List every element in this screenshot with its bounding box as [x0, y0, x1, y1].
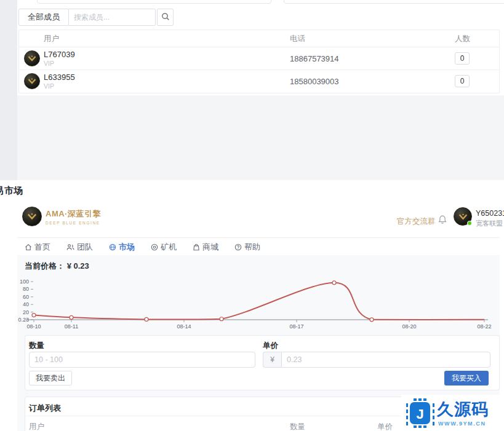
price-chart: 100806040200.2308-1008-1108-1408-1708-20…	[17, 269, 500, 331]
header-divider	[17, 237, 500, 238]
unit-price-input[interactable]	[281, 352, 490, 368]
member-name: L767039	[44, 50, 75, 59]
clipped-char: 易	[0, 185, 4, 197]
member-avatar	[24, 50, 40, 66]
svg-text:08-22: 08-22	[477, 323, 491, 330]
nav-item-miner[interactable]: 矿机	[151, 242, 177, 253]
nav-item-market[interactable]: 市场	[109, 242, 135, 253]
username: Y650231	[476, 209, 504, 218]
page-left-margin	[0, 0, 17, 180]
cutoff-card-left	[37, 0, 271, 4]
header-phone: 电话	[290, 30, 305, 47]
order-list-title: 订单列表	[29, 403, 61, 414]
svg-text:20: 20	[23, 309, 29, 315]
header-user: 用户	[44, 30, 59, 47]
member-phone: 18580039003	[290, 70, 339, 93]
members-table: 用户 电话 人数 L767039 VIP 18867573914 0 L6339…	[18, 30, 500, 93]
buy-button[interactable]: 我要买入	[444, 371, 489, 386]
member-avatar	[24, 73, 40, 89]
chip-logo-icon: J	[406, 398, 434, 428]
user-info: Y650231 宽客联盟	[476, 209, 504, 228]
members-table-header: 用户 电话 人数	[19, 30, 499, 47]
quantity-label: 数量	[29, 341, 44, 351]
quantity-input[interactable]	[29, 352, 255, 368]
bell-icon[interactable]	[438, 215, 447, 227]
user-avatar[interactable]	[454, 207, 472, 226]
member-count-badge: 0	[455, 75, 470, 87]
member-level: VIP	[44, 82, 54, 90]
official-group-link[interactable]: 官方交流群	[397, 216, 436, 227]
nav-item-mall[interactable]: 商城	[193, 242, 218, 253]
svg-text:80: 80	[23, 286, 29, 292]
filter-all-members-button[interactable]: 全部成员	[18, 9, 69, 26]
table-row[interactable]: L767039 VIP 18867573914 0	[19, 47, 499, 70]
member-name: L633955	[44, 73, 75, 82]
member-level: VIP	[44, 60, 54, 67]
trade-form-card: 数量 单价 ¥ 我要卖出 我要买入	[25, 335, 500, 390]
search-button[interactable]	[157, 9, 174, 26]
brand-text: AMA·深蓝引擎 DEEP BLUE ENGINE	[46, 208, 101, 225]
brand-tagline: DEEP BLUE ENGINE	[46, 221, 101, 225]
team-icon	[66, 243, 74, 251]
svg-text:40: 40	[23, 301, 29, 307]
market-icon	[109, 243, 116, 251]
svg-text:08-17: 08-17	[289, 323, 303, 330]
header-count: 人数	[455, 30, 470, 47]
svg-text:08-14: 08-14	[177, 323, 191, 330]
search-icon	[161, 12, 170, 23]
member-search-input[interactable]	[68, 9, 156, 26]
sell-button[interactable]: 我要卖出	[29, 371, 72, 386]
help-icon	[234, 243, 242, 251]
nav-bar: 首页 团队 市场 矿机 商城 帮助	[17, 239, 500, 255]
watermark-url: WWW.9YM.CN	[438, 421, 486, 427]
watermark: J 久源码 WWW.9YM.CN	[401, 395, 504, 431]
page: { "members_panel": { "filter_tab": "全部成员…	[0, 0, 504, 431]
members-page-background: 全部成员 用户 电话 人数 L767039 VIP 18867573914 0	[0, 0, 504, 180]
nav-item-team[interactable]: 团队	[66, 242, 93, 253]
home-icon	[25, 243, 32, 251]
brand-logo-icon	[22, 207, 42, 226]
cutoff-card-right	[284, 0, 504, 4]
order-header-price: 单价	[377, 422, 393, 431]
chip-letter: J	[416, 406, 423, 422]
mall-icon	[193, 243, 200, 251]
watermark-name: 久源码	[437, 398, 489, 421]
svg-text:0.23: 0.23	[18, 317, 29, 323]
page-title: 易 市场	[0, 185, 23, 197]
unit-price-group: ¥	[263, 352, 490, 368]
currency-prefix: ¥	[263, 352, 281, 368]
online-status-dot	[467, 221, 472, 226]
member-count-badge: 0	[455, 52, 470, 65]
svg-text:100: 100	[20, 279, 29, 285]
svg-text:60: 60	[23, 294, 29, 300]
nav-item-help[interactable]: 帮助	[234, 242, 260, 253]
unit-price-label: 单价	[263, 341, 278, 351]
table-row[interactable]: L633955 VIP 18580039003 0	[19, 70, 499, 93]
user-tag: 宽客联盟	[476, 219, 504, 228]
order-header-user: 用户	[29, 422, 44, 431]
svg-text:08-10: 08-10	[26, 323, 41, 330]
nav-item-home[interactable]: 首页	[25, 242, 50, 253]
svg-text:08-20: 08-20	[402, 323, 416, 330]
member-phone: 18867573914	[290, 47, 339, 70]
miner-icon	[151, 243, 158, 251]
order-header-qty: 数量	[290, 422, 305, 431]
svg-text:08-11: 08-11	[65, 323, 78, 330]
brand-name: AMA·深蓝引擎	[46, 208, 101, 219]
